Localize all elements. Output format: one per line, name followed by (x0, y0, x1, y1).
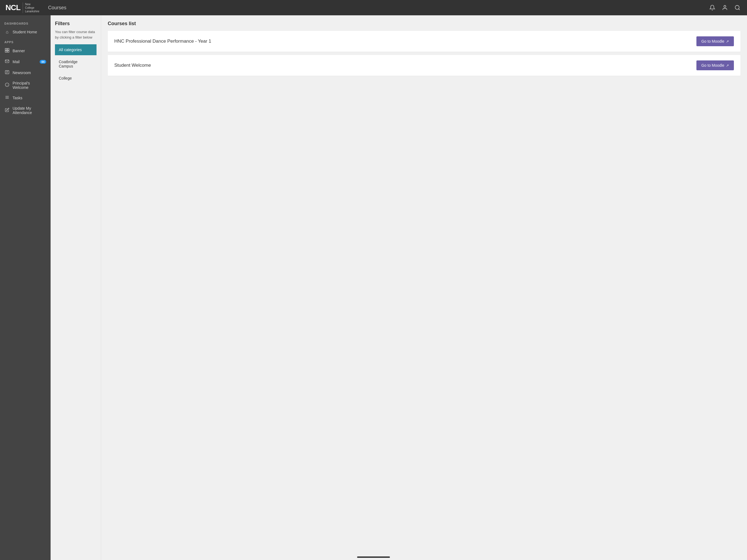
course-name-student-welcome: Student Welcome (114, 62, 151, 68)
bell-icon (709, 5, 715, 11)
filter-coatbridge-campus[interactable]: Coatbridge Campus (55, 56, 97, 72)
logo-block: NCL New College Lanarkshire (5, 2, 40, 13)
logo-ncl: NCL (5, 4, 21, 11)
mail-badge: 44 (40, 60, 46, 64)
svg-rect-6 (7, 51, 9, 52)
go-moodle-btn-student-welcome[interactable]: Go to Moodle ↗ (696, 60, 734, 70)
search-button[interactable] (733, 4, 742, 12)
go-moodle-label: Go to Moodle (701, 39, 724, 44)
svg-rect-4 (7, 48, 9, 50)
top-nav: NCL New College Lanarkshire Courses (0, 0, 747, 15)
filter-title: Filters (55, 21, 97, 27)
courses-area: Courses list HNC Professional Dance Perf… (101, 15, 747, 560)
page-title-header: Courses (48, 5, 67, 11)
sidebar-item-label: Mail (12, 59, 20, 64)
scroll-indicator (357, 556, 390, 558)
course-card-student-welcome: Student Welcome Go to Moodle ↗ (108, 55, 741, 76)
banner-icon (4, 48, 10, 54)
external-link-icon: ↗ (726, 40, 729, 44)
section-apps-label: APPS (0, 37, 51, 45)
sidebar-item-mail[interactable]: Mail 44 (0, 56, 51, 67)
course-name-hnc: HNC Professional Dance Performance - Yea… (114, 39, 211, 44)
bell-button[interactable] (708, 4, 716, 12)
sidebar-item-label: Principal's Welcome (12, 81, 46, 90)
sidebar-item-newsroom[interactable]: Newsroom (0, 67, 51, 78)
svg-point-1 (735, 5, 739, 9)
svg-rect-3 (5, 48, 7, 50)
sidebar-item-student-home[interactable]: ⌂ Student Home (0, 27, 51, 37)
sidebar-item-tasks[interactable]: Tasks (0, 93, 51, 103)
filter-college[interactable]: College (55, 73, 97, 84)
svg-line-2 (739, 9, 740, 10)
filter-all-categories[interactable]: All categories (55, 44, 97, 55)
search-icon (735, 5, 741, 11)
course-card-hnc: HNC Professional Dance Performance - Yea… (108, 31, 741, 52)
sidebar-item-update-attendance[interactable]: Update My Attendance (0, 103, 51, 118)
sidebar-item-label: Update My Attendance (12, 106, 46, 115)
newsroom-icon (4, 70, 10, 75)
sidebar-item-banner[interactable]: Banner (0, 45, 51, 56)
sidebar: DASHBOARDS ⌂ Student Home APPS Banner Ma… (0, 15, 51, 560)
section-dashboards-label: DASHBOARDS (0, 19, 51, 27)
main-content: Filters You can filter course data by cl… (51, 15, 747, 560)
info-icon (4, 82, 10, 88)
nav-right (708, 4, 742, 12)
user-icon (722, 5, 728, 11)
user-button[interactable] (721, 4, 729, 12)
sidebar-item-label: Newsroom (12, 71, 31, 75)
go-moodle-label: Go to Moodle (701, 63, 724, 68)
mail-icon (4, 59, 10, 65)
sidebar-item-label: Student Home (12, 30, 37, 34)
edit-icon (4, 108, 10, 113)
filter-panel: Filters You can filter course data by cl… (51, 15, 101, 560)
sidebar-item-label: Banner (12, 49, 25, 53)
courses-list-title: Courses list (108, 21, 741, 27)
svg-rect-5 (5, 51, 7, 52)
nav-left: NCL New College Lanarkshire Courses (5, 2, 67, 13)
go-moodle-btn-hnc[interactable]: Go to Moodle ↗ (696, 36, 734, 46)
filter-description: You can filter course data by clicking a… (55, 29, 97, 40)
sidebar-item-principals-welcome[interactable]: Principal's Welcome (0, 78, 51, 93)
external-link-icon: ↗ (726, 63, 729, 68)
svg-point-0 (724, 5, 726, 7)
layout: DASHBOARDS ⌂ Student Home APPS Banner Ma… (0, 15, 747, 560)
tasks-icon (4, 95, 10, 101)
home-icon: ⌂ (4, 29, 10, 34)
logo-text: New College Lanarkshire (23, 2, 40, 13)
sidebar-item-label: Tasks (12, 96, 22, 100)
